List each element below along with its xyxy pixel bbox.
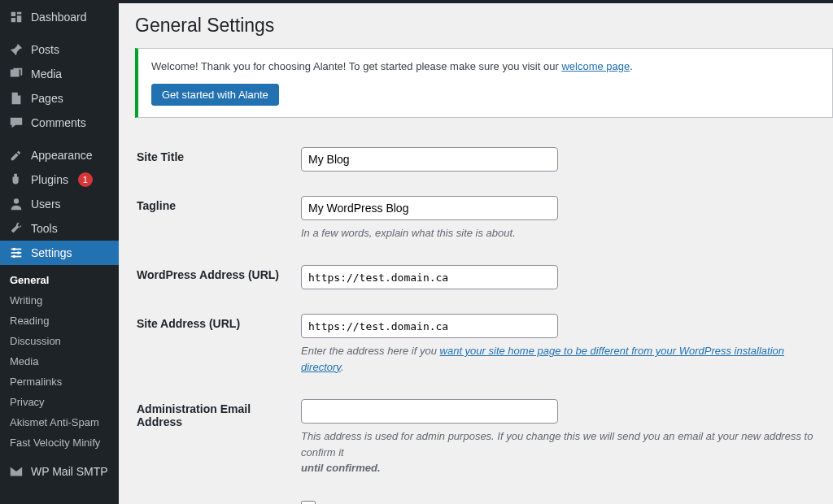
sidebar-item-label: Comments: [31, 116, 86, 129]
sidebar-item-label: Posts: [31, 43, 59, 56]
svg-point-5: [17, 251, 20, 254]
update-badge: 1: [78, 172, 93, 187]
submenu-item-akismet[interactable]: Akismet Anti-Spam: [0, 412, 119, 432]
siteurl-desc-pre: Enter the address here if you: [301, 345, 440, 357]
siteurl-input[interactable]: [301, 314, 558, 338]
sidebar-item-posts[interactable]: Posts: [0, 37, 119, 62]
page-title: General Settings: [135, 15, 833, 37]
sidebar-item-users[interactable]: Users: [0, 192, 119, 216]
sidebar-item-pages[interactable]: Pages: [0, 86, 119, 111]
wpurl-label: WordPress Address (URL): [137, 254, 299, 301]
siteurl-label: Site Address (URL): [137, 302, 299, 386]
tagline-label: Tagline: [137, 185, 299, 253]
membership-checkbox[interactable]: [301, 501, 316, 504]
submenu-item-fast-velocity[interactable]: Fast Velocity Minify: [0, 432, 119, 453]
media-icon: [8, 66, 24, 82]
submenu-item-discussion[interactable]: Discussion: [0, 331, 119, 351]
plugins-icon: [8, 172, 24, 188]
sidebar-item-plugins[interactable]: Plugins 1: [0, 167, 119, 192]
submenu-item-general[interactable]: General: [0, 270, 119, 290]
membership-label: Membership: [137, 489, 299, 504]
submenu-item-media[interactable]: Media: [0, 351, 119, 371]
admin-email-desc: This address is used for admin purposes.…: [301, 430, 813, 458]
site-title-input[interactable]: [301, 147, 558, 172]
submenu-item-writing[interactable]: Writing: [0, 290, 119, 311]
settings-form: Site Title Tagline In a few words, expla…: [135, 134, 833, 504]
submenu-item-reading[interactable]: Reading: [0, 311, 119, 331]
users-icon: [8, 196, 24, 212]
mail-icon: [8, 463, 24, 480]
pin-icon: [8, 41, 24, 58]
sidebar-item-appearance[interactable]: Appearance: [0, 143, 119, 167]
sidebar-item-label: Dashboard: [31, 11, 87, 24]
content-area: General Settings Welcome! Thank you for …: [119, 3, 833, 504]
siteurl-desc-post: .: [341, 361, 344, 373]
sidebar-item-label: Appearance: [31, 149, 93, 162]
admin-email-input[interactable]: [301, 399, 558, 424]
notice-text: Welcome! Thank you for choosing Alante! …: [151, 60, 561, 72]
svg-point-0: [14, 198, 19, 203]
sidebar-item-label: Tools: [31, 222, 58, 235]
sidebar-item-label: Pages: [31, 92, 63, 105]
pages-icon: [8, 90, 24, 106]
wpurl-input[interactable]: [301, 265, 558, 289]
svg-point-4: [13, 248, 16, 251]
admin-sidebar: Dashboard Posts Media Pages Comments App…: [0, 0, 119, 504]
get-started-button[interactable]: Get started with Alante: [151, 84, 279, 106]
sidebar-item-media[interactable]: Media: [0, 62, 119, 86]
tagline-input[interactable]: [301, 196, 558, 220]
admin-email-desc-strong: until confirmed.: [301, 462, 381, 474]
comments-icon: [8, 115, 24, 131]
svg-point-6: [13, 255, 16, 259]
sidebar-item-wpmailsmtp[interactable]: WP Mail SMTP: [0, 459, 119, 484]
settings-icon: [8, 245, 24, 261]
sidebar-item-dashboard[interactable]: Dashboard: [0, 5, 119, 29]
sidebar-item-label: Plugins: [31, 173, 68, 186]
settings-submenu: General Writing Reading Discussion Media…: [0, 265, 119, 459]
sidebar-item-label: Users: [31, 198, 61, 211]
sidebar-item-label: Media: [31, 67, 62, 80]
appearance-icon: [8, 147, 24, 163]
sidebar-item-comments[interactable]: Comments: [0, 111, 119, 135]
tagline-description: In a few words, explain what this site i…: [301, 225, 823, 241]
sidebar-item-label: WP Mail SMTP: [31, 465, 108, 478]
welcome-notice: Welcome! Thank you for choosing Alante! …: [135, 48, 833, 118]
submenu-item-permalinks[interactable]: Permalinks: [0, 371, 119, 392]
welcome-page-link[interactable]: welcome page: [561, 60, 630, 72]
submenu-item-privacy[interactable]: Privacy: [0, 392, 119, 412]
site-title-label: Site Title: [137, 136, 299, 183]
admin-email-label: Administration Email Address: [137, 388, 299, 488]
dashboard-icon: [8, 9, 24, 25]
notice-text-post: .: [630, 60, 633, 72]
tools-icon: [8, 220, 24, 237]
sidebar-item-tools[interactable]: Tools: [0, 216, 119, 241]
sidebar-item-settings[interactable]: Settings: [0, 241, 119, 265]
sidebar-item-label: Settings: [31, 246, 72, 259]
